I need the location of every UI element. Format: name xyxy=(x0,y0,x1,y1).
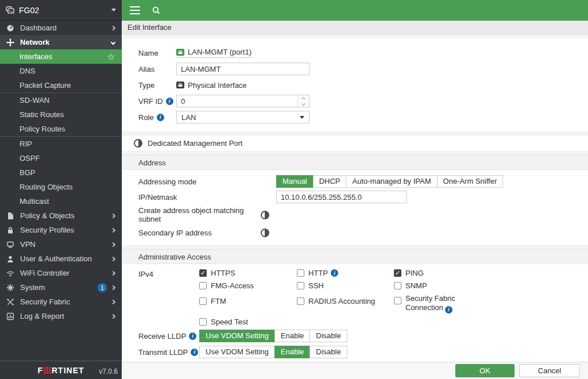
create-address-object-toggle[interactable] xyxy=(261,211,269,219)
checkbox-ssh[interactable]: SSH xyxy=(297,281,394,290)
secondary-ip-toggle[interactable] xyxy=(261,229,269,237)
receive-lldp-vdom[interactable]: Use VDOM Setting xyxy=(199,330,275,342)
sidebar-item-vpn[interactable]: VPN xyxy=(0,237,122,252)
receive-lldp-disable[interactable]: Disable xyxy=(310,330,347,342)
checkbox-ftm[interactable]: FTM xyxy=(199,297,297,305)
role-select[interactable]: LAN xyxy=(176,111,310,123)
favorite-star-icon[interactable]: ☆ xyxy=(107,52,115,61)
dedicated-mgmt-toggle[interactable] xyxy=(134,139,142,148)
sidebar-item-packet-capture[interactable]: Packet Capture xyxy=(0,78,122,92)
alias-label: Alias xyxy=(138,65,176,74)
sidebar-item-policy-routes[interactable]: Policy Routes xyxy=(0,122,122,136)
addressing-mode-label: Addressing mode xyxy=(138,177,276,186)
info-icon[interactable]: i xyxy=(445,306,452,314)
chevron-right-icon xyxy=(111,314,115,318)
vrf-input[interactable] xyxy=(176,95,310,107)
addressing-mode-manual[interactable]: Manual xyxy=(276,175,314,188)
info-icon[interactable]: i xyxy=(166,98,173,105)
admin-access-section-header: Administrative Access xyxy=(122,249,588,264)
receive-lldp-enable[interactable]: Enable xyxy=(274,330,310,342)
sidebar-item-policy-objects[interactable]: Policy & Objects xyxy=(0,208,122,223)
checkbox-speed-test[interactable]: Speed Test xyxy=(199,318,297,326)
sidebar-item-network[interactable]: Network xyxy=(0,35,122,49)
role-label: Role xyxy=(138,113,154,122)
network-icon xyxy=(6,38,15,47)
chevron-down-icon xyxy=(300,116,304,119)
sidebar-item-interfaces[interactable]: Interfaces ☆ xyxy=(0,49,122,64)
checkbox-snmp[interactable]: SNMP xyxy=(394,281,500,290)
addressing-mode-sniffer[interactable]: One-Arm Sniffer xyxy=(437,175,504,188)
search-icon[interactable] xyxy=(152,6,161,15)
sidebar-item-system[interactable]: System 1 xyxy=(0,280,122,295)
interface-icon-dark xyxy=(176,82,184,88)
sidebar-item-routing-objects[interactable]: Routing Objects xyxy=(0,180,122,194)
role-row: Role i LAN xyxy=(122,110,588,124)
ipv4-checkbox-grid: HTTPS HTTPi PING FMG-Access SSH SNMP FTM… xyxy=(199,269,500,326)
info-icon[interactable]: i xyxy=(331,269,338,277)
chevron-right-icon xyxy=(111,242,115,246)
checkbox-security-fabric-connection[interactable]: Security Fabric Connectioni xyxy=(394,294,500,314)
chevron-right-icon xyxy=(111,270,115,275)
number-stepper[interactable] xyxy=(297,95,309,107)
type-label: Type xyxy=(138,81,176,90)
sidebar-item-security-profiles[interactable]: Security Profiles xyxy=(0,223,122,237)
transmit-lldp-disable[interactable]: Disable xyxy=(310,346,347,358)
checkbox-fmg-access[interactable]: FMG-Access xyxy=(199,281,297,290)
checkbox-http[interactable]: HTTPi xyxy=(297,269,394,277)
checkbox-ping[interactable]: PING xyxy=(394,269,500,277)
chevron-right-icon xyxy=(111,213,115,218)
chevron-right-icon xyxy=(111,299,115,304)
main-panel: Edit Interface Name LAN-MGMT (port1) Ali… xyxy=(122,0,588,379)
ip-netmask-label: IP/Netmask xyxy=(138,193,276,202)
sidebar-item-log-report[interactable]: Log & Report xyxy=(0,309,122,323)
ip-netmask-row: IP/Netmask xyxy=(122,191,588,203)
sidebar-item-rip[interactable]: RIP xyxy=(0,137,122,151)
sidebar-item-dashboard[interactable]: Dashboard xyxy=(0,21,122,35)
ok-button[interactable]: OK xyxy=(455,364,514,377)
sidebar-item-user-authentication[interactable]: User & Authentication xyxy=(0,252,122,266)
page-title: Edit Interface xyxy=(127,23,172,32)
sidebar-item-dns[interactable]: DNS xyxy=(0,64,122,78)
transmit-lldp-label: Transmit LLDP xyxy=(138,348,188,357)
vrf-row: VRF ID i xyxy=(122,94,588,108)
transmit-lldp-vdom[interactable]: Use VDOM Setting xyxy=(199,346,275,358)
transmit-lldp-enable[interactable]: Enable xyxy=(274,346,310,358)
wifi-icon xyxy=(6,269,15,277)
info-icon[interactable]: i xyxy=(189,332,196,340)
receive-lldp-row: Receive LLDP i Use VDOM Setting Enable D… xyxy=(122,330,588,342)
sidebar-item-multicast[interactable]: Multicast xyxy=(0,194,122,208)
create-address-object-label: Create address object matching subnet xyxy=(138,206,261,223)
stepper-up-icon[interactable] xyxy=(301,96,305,100)
info-icon[interactable]: i xyxy=(191,349,198,356)
name-label: Name xyxy=(138,49,176,57)
notification-badge: 1 xyxy=(98,283,107,292)
ip-netmask-input[interactable] xyxy=(276,191,407,203)
sidebar-item-static-routes[interactable]: Static Routes xyxy=(0,107,122,122)
sidebar-item-bgp[interactable]: BGP xyxy=(0,165,122,180)
chevron-right-icon xyxy=(111,25,115,30)
cancel-button[interactable]: Cancel xyxy=(519,364,580,377)
info-icon[interactable]: i xyxy=(157,114,164,121)
form-footer: OK Cancel xyxy=(122,362,588,379)
sidebar-item-ospf[interactable]: OSPF xyxy=(0,151,122,165)
device-selector[interactable]: FG02 xyxy=(0,0,122,21)
sidebar-item-sd-wan[interactable]: SD-WAN xyxy=(0,93,122,107)
chevron-down-icon xyxy=(111,40,115,44)
create-address-object-row: Create address object matching subnet xyxy=(122,206,588,223)
bar-chart-icon xyxy=(6,312,15,320)
checkbox-radius-accounting[interactable]: RADIUS Accounting xyxy=(297,297,394,305)
sidebar: FG02 Dashboard Network Interfaces ☆ DNS … xyxy=(0,0,122,379)
checkbox-https[interactable]: HTTPS xyxy=(199,269,297,277)
device-name: FG02 xyxy=(19,6,111,15)
edit-interface-form: Name LAN-MGMT (port1) Alias Type Physica… xyxy=(122,34,588,362)
stepper-down-icon[interactable] xyxy=(301,101,305,105)
addressing-mode-dhcp[interactable]: DHCP xyxy=(313,175,347,188)
chevron-right-icon xyxy=(111,227,115,232)
user-icon xyxy=(6,255,15,263)
sidebar-item-security-fabric[interactable]: Security Fabric xyxy=(0,295,122,309)
sidebar-item-wifi-controller[interactable]: WiFi Controller xyxy=(0,266,122,280)
alias-input[interactable] xyxy=(176,63,310,75)
menu-icon[interactable] xyxy=(130,10,140,11)
addressing-mode-ipam[interactable]: Auto-managed by IPAM xyxy=(346,175,437,188)
secondary-ip-label: Secondary IP address xyxy=(138,229,261,237)
